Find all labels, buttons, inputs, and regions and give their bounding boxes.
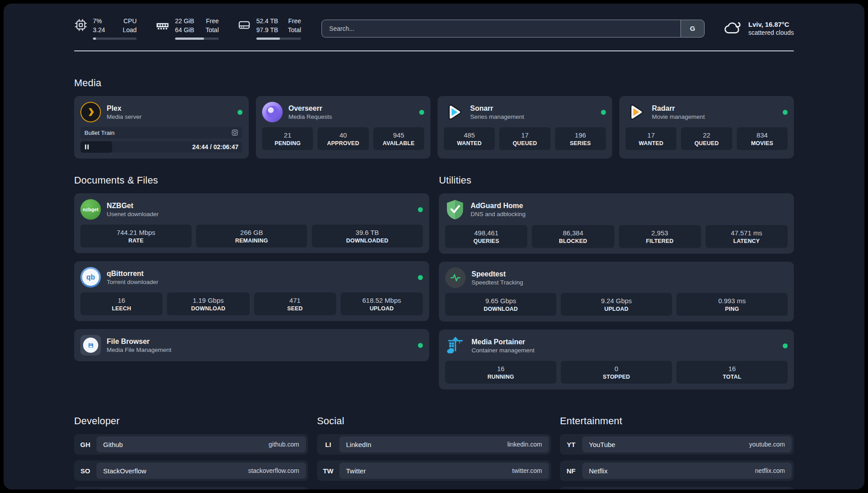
portainer-icon — [445, 335, 466, 356]
section-title-entertainment: Entertainment — [560, 415, 794, 427]
disk-free-label: Free — [288, 17, 301, 26]
stat-seed: 471SEED — [254, 292, 336, 315]
stat-ping: 0.993 msPING — [676, 293, 788, 316]
link-reddit[interactable]: RE Redditreddit.com — [560, 487, 794, 489]
memory-total-label: Total — [205, 26, 219, 35]
stat-queued: 17QUEUED — [499, 127, 550, 150]
stat-leech: 16LEECH — [80, 292, 163, 315]
stat-available: 945AVAILABLE — [373, 127, 424, 150]
link-url: netflix.com — [755, 467, 785, 474]
link-url: linkedin.com — [507, 441, 542, 448]
radarr-icon — [626, 102, 646, 122]
cpu-load-value: 3.24 — [93, 26, 105, 35]
link-url: twitter.com — [512, 467, 542, 474]
status-dot — [419, 110, 424, 115]
cpu-stat: 7%3.24 CPULoad — [74, 17, 137, 40]
link-youtube[interactable]: YT YouTubeyoutube.com — [560, 434, 794, 455]
app-card-overseerr[interactable]: Overseerr Media Requests 21PENDING 40APP… — [256, 96, 430, 159]
status-dot — [418, 207, 423, 212]
app-title: Overseerr — [288, 104, 332, 113]
link-tag: SO — [74, 467, 96, 475]
link-name: LinkedIn — [346, 441, 507, 448]
app-card-nzbget[interactable]: nzbget NZBGet Usenet downloader 744.21 M… — [74, 193, 429, 253]
link-tag: TW — [317, 467, 339, 475]
app-subtitle: Torrent downloader — [107, 279, 159, 285]
disk-progress-bar — [256, 38, 301, 40]
section-title-utilities: Utilities — [439, 175, 794, 186]
link-github[interactable]: GH Githubgithub.com — [74, 434, 308, 455]
stat-remaining: 266 GBREMAINING — [196, 225, 307, 247]
cpu-usage-value: 7% — [93, 17, 105, 26]
stat-rate: 744.21 MbpsRATE — [80, 225, 192, 247]
app-title: AdGuard Home — [471, 202, 526, 210]
section-title-social: Social — [317, 415, 551, 427]
stat-wanted: 17WANTED — [626, 127, 676, 150]
app-subtitle: Series management — [470, 113, 524, 120]
utilities-section: Utilities AdGuard Home — [439, 175, 794, 389]
link-stackoverflow[interactable]: SO StackOverflowstackoverflow.com — [74, 460, 308, 481]
app-subtitle: Media Requests — [288, 113, 332, 120]
search-bar: G — [321, 20, 705, 38]
link-linkedin[interactable]: LI LinkedInlinkedin.com — [317, 434, 551, 455]
section-title-media: Media — [74, 77, 794, 89]
system-stats: 7%3.24 CPULoad 22 GiB64 GiB — [74, 17, 301, 40]
app-card-speedtest[interactable]: Speedtest Speedtest Tracking 9.65 GbpsDO… — [439, 262, 794, 322]
app-title: Plex — [107, 104, 142, 113]
app-subtitle: Media File Management — [107, 347, 171, 353]
qbittorrent-icon: qb — [80, 267, 101, 288]
disk-free-value: 52.4 TB — [256, 17, 278, 26]
app-subtitle: Usenet downloader — [107, 211, 159, 217]
app-subtitle: Movie management — [652, 113, 705, 120]
link-netflix[interactable]: NF Netflixnetflix.com — [560, 460, 794, 481]
video-session-icon[interactable] — [231, 129, 238, 136]
disk-total-label: Total — [288, 26, 301, 35]
weather-widget: Lviv, 16.87°C scattered clouds — [723, 18, 794, 39]
cpu-icon — [74, 18, 88, 32]
stat-running: 16RUNNING — [445, 361, 556, 384]
link-dev[interactable]: DT DEVdev.to — [74, 487, 308, 489]
search-engine-button[interactable]: G — [680, 20, 705, 38]
overseerr-icon — [262, 102, 283, 122]
pause-icon[interactable] — [84, 144, 89, 150]
app-card-radarr[interactable]: Radarr Movie management 17WANTED 22QUEUE… — [619, 96, 794, 159]
app-card-adguard[interactable]: AdGuard Home DNS and adblocking 498,461Q… — [439, 193, 794, 254]
memory-free-label: Free — [205, 17, 219, 26]
dashboard-page: 7%3.24 CPULoad 22 GiB64 GiB — [4, 4, 864, 489]
cpu-label: CPU — [123, 17, 137, 26]
app-title: Speedtest — [472, 270, 523, 278]
app-card-plex[interactable]: Plex Media server Bullet Train — [74, 96, 249, 159]
link-tag: LI — [317, 441, 339, 448]
app-subtitle: Container management — [472, 347, 534, 354]
status-dot — [783, 343, 788, 348]
app-card-qbittorrent[interactable]: qb qBittorrent Torrent downloader 16LEEC… — [74, 261, 429, 321]
app-title: NZBGet — [107, 202, 159, 210]
link-name: Github — [103, 441, 269, 448]
link-url: github.com — [269, 441, 299, 448]
link-url: youtube.com — [749, 441, 785, 448]
status-dot — [418, 343, 423, 348]
status-dot — [418, 275, 423, 280]
stat-upload: 9.24 GbpsUPLOAD — [561, 293, 672, 316]
stat-approved: 40APPROVED — [317, 127, 368, 150]
status-dot — [601, 110, 606, 115]
link-twitter[interactable]: TW Twittertwitter.com — [317, 460, 551, 481]
stat-download: 9.65 GbpsDOWNLOAD — [445, 293, 556, 316]
weather-location: Lviv, 16.87°C — [748, 21, 794, 28]
link-tag: YT — [560, 441, 582, 448]
status-dot — [783, 110, 788, 115]
app-title: Radarr — [652, 104, 705, 113]
header-divider — [74, 50, 794, 51]
ram-icon — [155, 18, 170, 33]
app-card-portainer[interactable]: Media Portainer Container management 16R… — [439, 330, 794, 389]
search-input[interactable] — [321, 20, 680, 38]
seek-bar[interactable]: 24:44 / 02:06:47 — [80, 141, 242, 153]
stat-wanted: 485WANTED — [444, 127, 495, 150]
link-tag: NF — [560, 467, 582, 475]
stat-queries: 498,461QUERIES — [445, 225, 527, 248]
app-card-filebrowser[interactable]: File Browser Media File Management — [74, 329, 429, 361]
stat-filtered: 2,953FILTERED — [619, 225, 701, 248]
now-playing-title: Bullet Train — [84, 130, 231, 136]
stat-blocked: 86,384BLOCKED — [532, 225, 614, 248]
nzbget-icon: nzbget — [80, 199, 101, 220]
app-card-sonarr[interactable]: Sonarr Series management 485WANTED 17QUE… — [438, 96, 612, 159]
